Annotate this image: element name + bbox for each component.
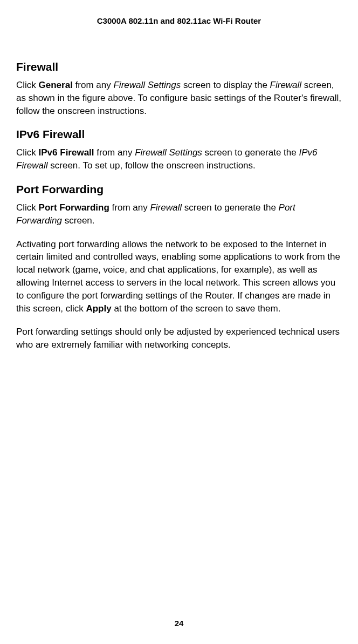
page-header: C3000A 802.11n and 802.11ac Wi-Fi Router [16, 16, 342, 25]
firewall-paragraph: Click General from any Firewall Settings… [16, 79, 342, 117]
port-forwarding-paragraph-2: Activating port forwarding allows the ne… [16, 238, 342, 315]
ipv6-firewall-paragraph: Click IPv6 Firewall from any Firewall Se… [16, 146, 342, 172]
firewall-heading: Firewall [16, 60, 342, 73]
port-forwarding-paragraph-1: Click Port Forwarding from any Firewall … [16, 201, 342, 227]
port-forwarding-heading: Port Forwarding [16, 183, 342, 196]
ipv6-firewall-heading: IPv6 Firewall [16, 128, 342, 141]
page-number: 24 [0, 619, 358, 628]
port-forwarding-paragraph-3: Port forwarding settings should only be … [16, 326, 342, 351]
